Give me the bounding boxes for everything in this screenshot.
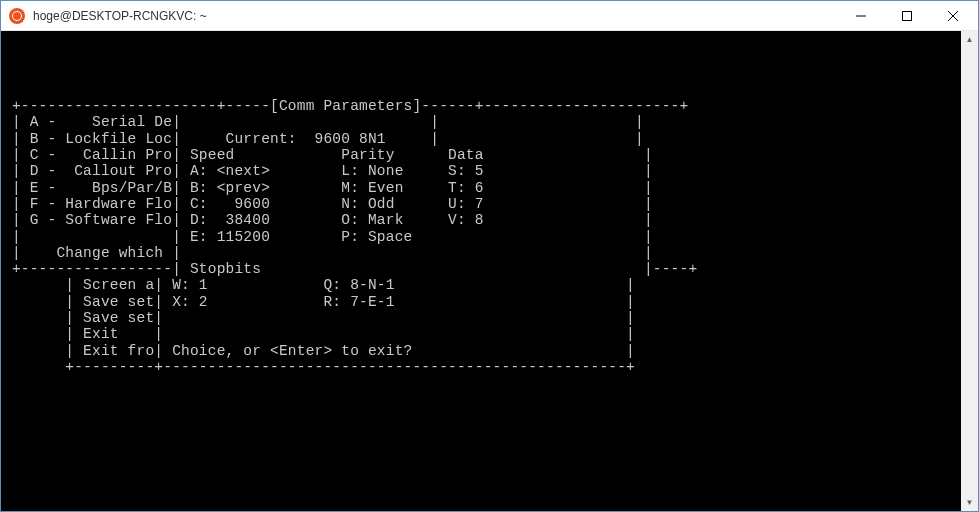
window-title: hoge@DESKTOP-RCNGKVC: ~ (33, 9, 838, 23)
terminal-content[interactable]: +----------------------+-----[Comm Param… (1, 31, 961, 511)
close-button[interactable] (930, 1, 976, 30)
terminal-text[interactable]: +----------------------+-----[Comm Param… (1, 31, 961, 375)
vertical-scrollbar[interactable]: ▲ ▼ (961, 31, 978, 511)
scroll-down-arrow[interactable]: ▼ (961, 494, 978, 511)
maximize-button[interactable] (884, 1, 930, 30)
window-titlebar: hoge@DESKTOP-RCNGKVC: ~ (1, 1, 978, 31)
terminal-area[interactable]: +----------------------+-----[Comm Param… (1, 31, 978, 511)
minimize-button[interactable] (838, 1, 884, 30)
window-buttons (838, 1, 976, 30)
scroll-up-arrow[interactable]: ▲ (961, 31, 978, 48)
ubuntu-icon (9, 8, 25, 24)
svg-rect-1 (903, 11, 912, 20)
